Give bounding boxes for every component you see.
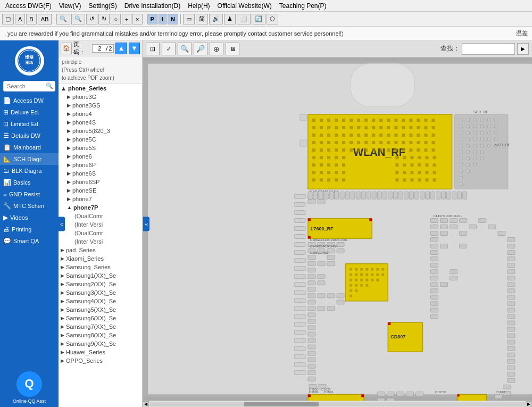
- menu-setting[interactable]: Setting(S): [85, 2, 120, 10]
- pdf-up-btn[interactable]: ▲: [115, 43, 127, 54]
- menu-help[interactable]: Help(H): [185, 2, 213, 10]
- tree-item[interactable]: ▶pad_Series: [59, 246, 142, 254]
- svg-rect-291: [376, 279, 379, 281]
- tree-item[interactable]: ▶phone6P: [59, 161, 142, 169]
- tree-item[interactable]: ▶Samsung4(XX)_Se: [59, 297, 142, 305]
- tree-item[interactable]: ▶phone3GS: [59, 101, 142, 110]
- tree-item[interactable]: ▶phone5S: [59, 144, 142, 152]
- tree-item-phone7p[interactable]: ▲phone7P: [59, 203, 142, 212]
- menu-access-dwg[interactable]: Access DWG(F): [2, 2, 55, 10]
- tree-item[interactable]: ▶Samsung3(XX)_Se: [59, 288, 142, 297]
- tree-item[interactable]: ▶Xiaomi_Series: [59, 254, 142, 263]
- scrollbar-track[interactable]: [149, 402, 525, 406]
- toolbar-btn-simple[interactable]: 简: [196, 14, 208, 24]
- toolbar-btn-pin[interactable]: ♟: [224, 14, 236, 24]
- viewer-fit-btn[interactable]: ⊡: [146, 43, 160, 55]
- tree-item[interactable]: ▶phone5C: [59, 135, 142, 144]
- toolbar-btn-p[interactable]: P: [147, 14, 157, 24]
- tree-item[interactable]: ▶Samsung5(XX)_Se: [59, 305, 142, 314]
- tree-item[interactable]: ▶Huawei_Series: [59, 348, 142, 356]
- qq-avatar[interactable]: Q: [16, 371, 42, 397]
- tree-item[interactable]: ▶phone5(820_3: [59, 127, 142, 135]
- tree-item[interactable]: (QualComr: [59, 212, 142, 220]
- tree-item[interactable]: ▶phone4S: [59, 118, 142, 127]
- search-icon[interactable]: 🔍: [46, 82, 53, 89]
- tree-item[interactable]: ▶phone3G: [59, 93, 142, 101]
- toolbar-btn-hex[interactable]: ⬡: [267, 14, 278, 24]
- tree-item[interactable]: ▶phone7: [59, 195, 142, 203]
- tree-item[interactable]: ▶phoneSE: [59, 186, 142, 195]
- svg-rect-409: [430, 192, 435, 199]
- tree-item[interactable]: ▶OPPO_Series: [59, 356, 142, 365]
- menu-website[interactable]: Official Website(W): [214, 2, 275, 10]
- viewer-zoom-in-btn[interactable]: 🔍: [178, 43, 192, 55]
- viewer-search-btn[interactable]: ▶: [517, 43, 529, 55]
- sidebar-item-limited[interactable]: ⊡ Limited Ed.: [0, 118, 59, 130]
- sidebar-item-sch[interactable]: 📐 SCH Diagr: [0, 153, 59, 165]
- toolbar-btn-zoomout[interactable]: 🔍: [71, 14, 85, 24]
- sidebar-item-blk[interactable]: 🗂 BLK Diagra: [0, 165, 59, 177]
- toolbar-btn-new[interactable]: ▢: [2, 14, 14, 24]
- toolbar-btn-undo[interactable]: ↺: [86, 14, 97, 24]
- svg-rect-288: [360, 279, 363, 281]
- svg-rect-45: [320, 134, 323, 137]
- sidebar-item-basics[interactable]: 📊 Basics: [0, 177, 59, 188]
- scroll-left-btn[interactable]: ◀: [143, 401, 149, 408]
- tree-item[interactable]: ▶Samsung8(XX)_Se: [59, 331, 142, 339]
- tree-item[interactable]: ▶phone6: [59, 152, 142, 161]
- svg-rect-388: [319, 192, 323, 199]
- tree-item[interactable]: (Inter Versi: [59, 237, 142, 246]
- scrollbar-thumb[interactable]: [244, 402, 319, 406]
- toolbar-btn-div[interactable]: ÷: [122, 14, 131, 24]
- tree-item[interactable]: (QualComr: [59, 229, 142, 237]
- sidebar-item-mainboard[interactable]: 📋 Mainboard: [0, 142, 59, 153]
- toolbar-btn-refresh[interactable]: 🔄: [252, 14, 265, 24]
- sidebar-item-access-dw[interactable]: 📄 Access DW: [0, 95, 59, 106]
- viewer-zoom-fit-btn[interactable]: ⤢: [162, 43, 176, 55]
- tree-item[interactable]: (Inter Versi: [59, 220, 142, 229]
- pdf-home-btn[interactable]: 🏠: [61, 43, 72, 54]
- viewer-search-input[interactable]: [462, 43, 515, 55]
- menu-teaching[interactable]: Teaching Pen(P): [276, 2, 330, 10]
- toolbar-btn-i[interactable]: I: [159, 14, 167, 24]
- sidebar-item-mtc[interactable]: 🔧 MTC Schen: [0, 200, 59, 212]
- toolbar-btn-ab[interactable]: AB: [38, 14, 52, 24]
- tree-item[interactable]: ▶Samsung_Series: [59, 263, 142, 271]
- sidebar-item-label: Limited Ed.: [11, 121, 40, 127]
- menu-drive[interactable]: Drive Installation(D): [121, 2, 184, 10]
- page-input[interactable]: [94, 45, 105, 52]
- sidebar-item-printing[interactable]: 🖨 Printing: [0, 223, 59, 235]
- tree-item[interactable]: ▶phone4: [59, 110, 142, 118]
- tree-item[interactable]: ▶Samsung6(XX)_Se: [59, 314, 142, 322]
- tree-item[interactable]: ▲ phone_Series: [59, 84, 142, 93]
- toolbar-btn-b[interactable]: B: [26, 14, 36, 24]
- tree-item[interactable]: ▶phone6S: [59, 169, 142, 178]
- sidebar-item-smart-qa[interactable]: 💬 Smart QA: [0, 235, 59, 247]
- tree-item[interactable]: ▶Samsung2(XX)_Se: [59, 280, 142, 288]
- sidebar-item-gnd[interactable]: ⏚ GND Resist: [0, 188, 59, 200]
- toolbar-btn-rect[interactable]: ▭: [183, 14, 195, 24]
- tree-item[interactable]: ▶Samsung1(XX)_Se: [59, 271, 142, 280]
- pdf-down-btn[interactable]: ▼: [129, 43, 140, 54]
- menu-view[interactable]: View(V): [56, 2, 85, 10]
- toolbar-btn-redo[interactable]: ↻: [98, 14, 110, 24]
- toolbar-btn-white[interactable]: ⬜: [237, 14, 251, 24]
- sidebar-item-details[interactable]: ☰ Details DW: [0, 130, 59, 142]
- toolbar-btn-n[interactable]: N: [168, 14, 178, 24]
- h-scrollbar[interactable]: ◀ ▶: [143, 401, 532, 407]
- tree-item[interactable]: ▶phone6SP: [59, 178, 142, 186]
- collapse-tree-btn[interactable]: «: [143, 217, 149, 231]
- viewer-screen-btn[interactable]: 🖥: [226, 43, 239, 55]
- scroll-right-btn[interactable]: ▶: [526, 401, 532, 408]
- toolbar-btn-a[interactable]: A: [15, 14, 25, 24]
- toolbar-btn-audio[interactable]: 🔊: [209, 14, 223, 24]
- sidebar-item-deluxe[interactable]: ⊞ Deluxe Ed.: [0, 106, 59, 118]
- tree-item[interactable]: ▶Samsung7(XX)_Se: [59, 322, 142, 331]
- toolbar-btn-x[interactable]: ×: [132, 14, 142, 24]
- viewer-zoom-plus-btn[interactable]: ⊕: [210, 43, 223, 55]
- toolbar-btn-zoomin[interactable]: 🔍: [56, 14, 70, 24]
- toolbar-btn-circle[interactable]: ○: [111, 14, 121, 24]
- viewer-zoom-out-btn[interactable]: 🔎: [194, 43, 207, 55]
- tree-item[interactable]: ▶Samsung9(XX)_Se: [59, 339, 142, 348]
- sidebar-item-videos[interactable]: ▶ Videos: [0, 212, 59, 223]
